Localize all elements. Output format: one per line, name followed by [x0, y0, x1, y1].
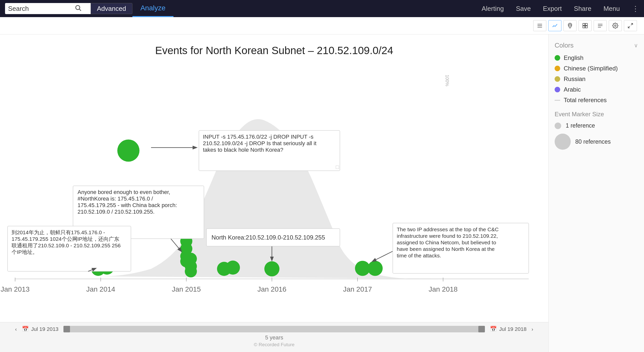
view-toolbar: [0, 17, 644, 34]
svg-line-15: [628, 26, 630, 28]
marker-1-label: 1 reference: [566, 122, 595, 129]
svg-rect-6: [583, 23, 585, 25]
map-view-button[interactable]: [563, 20, 577, 31]
advanced-button[interactable]: Advanced: [91, 3, 132, 14]
arabic-label: Arabic: [564, 86, 581, 93]
svg-point-42: [185, 265, 197, 278]
svg-rect-8: [583, 26, 585, 28]
range-duration-label: 5 years: [0, 334, 548, 341]
marker-size-title: Event Marker Size: [555, 111, 638, 118]
timeline-range-bar: ‹ 📅 Jul 19 2013 📅 Jul 19 2018 › 5 years …: [0, 322, 548, 352]
marker-size-1: 1 reference: [555, 122, 638, 129]
chinese-color-dot: [555, 66, 560, 71]
english-color-dot: [555, 55, 560, 61]
detail-view-button[interactable]: [594, 20, 607, 31]
marker-size-80: 80 references: [555, 134, 638, 150]
svg-text:Jan 2015: Jan 2015: [172, 285, 201, 293]
right-panel: Colors ∨ English Chinese (Simplified) Ru…: [548, 34, 644, 352]
timeline-chart: Jan 2013 Jan 2014 Jan 2015 Jan 2016 Jan …: [0, 34, 548, 352]
svg-point-29: [117, 140, 139, 162]
svg-text:Anyone bored enough to even bo: Anyone bored enough to even bother,: [78, 189, 170, 195]
percent-label: 100%: [444, 75, 450, 86]
prev-arrow[interactable]: ‹: [15, 326, 17, 332]
svg-text:联通租用了210.52.109.0 - 210.52.109: 联通租用了210.52.109.0 - 210.52.109.255 256: [12, 243, 121, 248]
search-input[interactable]: [8, 5, 74, 13]
total-references-label: Total references: [564, 97, 607, 104]
search-button[interactable]: [74, 4, 83, 13]
large-marker-circle: [555, 134, 571, 150]
legend-item-russian: Russian: [555, 75, 638, 83]
marker-size-section: Event Marker Size 1 reference 80 referen…: [555, 111, 638, 150]
svg-line-50: [373, 251, 393, 261]
legend-item-chinese: Chinese (Simplified): [555, 65, 638, 72]
svg-text:time of the attacks.: time of the attacks.: [397, 253, 441, 258]
more-options-icon[interactable]: ⋮: [632, 5, 639, 13]
svg-point-5: [569, 24, 571, 26]
legend-item-english: English: [555, 54, 638, 61]
search-box: [5, 3, 91, 14]
svg-rect-55: [336, 166, 339, 169]
svg-text:210.52.109.0 / 210.52.109.255.: 210.52.109.0 / 210.52.109.255.: [78, 209, 155, 215]
svg-point-0: [76, 6, 80, 10]
next-arrow[interactable]: ›: [531, 326, 533, 332]
chinese-label: Chinese (Simplified): [564, 65, 618, 72]
arabic-color-dot: [555, 87, 560, 92]
list-view-button[interactable]: [533, 20, 546, 31]
svg-point-45: [226, 261, 240, 275]
svg-point-46: [264, 261, 279, 277]
russian-color-dot: [555, 76, 560, 82]
legend-list: English Chinese (Simplified) Russian Ara…: [555, 54, 638, 104]
svg-text:Jan 2014: Jan 2014: [86, 285, 115, 293]
svg-text:INPUT -s 175.45.176.0/22 -j DR: INPUT -s 175.45.176.0/22 -j DROP INPUT -…: [203, 134, 313, 140]
colors-section-title: Colors ∨: [555, 42, 638, 49]
svg-text:210.52.109.0/24 -j DROP Is tha: 210.52.109.0/24 -j DROP Is that seriousl…: [203, 140, 316, 146]
small-marker-circle: [555, 123, 561, 129]
analyze-tab[interactable]: Analyze: [132, 0, 174, 17]
svg-text:Jan 2018: Jan 2018: [428, 285, 457, 293]
svg-text:到2014年为止，朝鲜只有175.45.176.0 -: 到2014年为止，朝鲜只有175.45.176.0 -: [12, 229, 105, 235]
share-nav[interactable]: Share: [574, 5, 591, 13]
svg-text:assigned to China Netcom, but : assigned to China Netcom, but believed t…: [397, 240, 496, 245]
export-nav[interactable]: Export: [543, 5, 562, 13]
svg-line-1: [79, 9, 81, 11]
settings-button[interactable]: [609, 20, 622, 31]
main-content: Events for North Korean Subnet – 210.52.…: [0, 34, 644, 352]
grid-view-button[interactable]: [579, 20, 592, 31]
range-handle-right[interactable]: [478, 326, 485, 332]
start-date-label: 📅 Jul 19 2013: [22, 326, 59, 332]
alerting-nav[interactable]: Alerting: [482, 5, 504, 13]
svg-text:Jan 2013: Jan 2013: [1, 285, 29, 293]
chart-view-button[interactable]: [548, 20, 561, 31]
svg-rect-7: [585, 23, 587, 25]
chart-area: Events for North Korean Subnet – 210.52.…: [0, 34, 548, 352]
svg-line-14: [631, 23, 633, 25]
legend-item-total: Total references: [555, 97, 638, 104]
nav-actions: Alerting Save Export Share Menu ⋮: [482, 5, 639, 13]
fullscreen-button[interactable]: [624, 20, 637, 31]
svg-text:takes to black hole North Kore: takes to black hole North Korea?: [203, 147, 283, 153]
end-date-label: 📅 Jul 19 2018: [490, 326, 527, 332]
copyright-label: © Recorded Future: [0, 342, 548, 347]
svg-text:Jan 2017: Jan 2017: [343, 285, 372, 293]
top-navigation: Advanced Analyze Alerting Save Export Sh…: [0, 0, 644, 17]
svg-text:have been assigned to North Ko: have been assigned to North Korea at the: [397, 246, 495, 252]
total-color-line: [555, 100, 560, 101]
legend-item-arabic: Arabic: [555, 86, 638, 93]
russian-label: Russian: [564, 75, 586, 83]
menu-nav[interactable]: Menu: [603, 5, 620, 13]
range-slider[interactable]: [63, 326, 485, 332]
svg-point-13: [615, 25, 616, 26]
svg-text:个IP地址。: 个IP地址。: [12, 249, 38, 255]
svg-text:175.45.179.255 1024个公网IP地址，还向广: 175.45.179.255 1024个公网IP地址，还向广东: [12, 236, 119, 242]
svg-text:Jan 2016: Jan 2016: [257, 285, 286, 293]
svg-text:175.45.179.255 - with China ba: 175.45.179.255 - with China back porch:: [78, 202, 177, 208]
svg-point-49: [368, 261, 383, 276]
svg-text:The two IP addresses at the to: The two IP addresses at the top of the C…: [397, 226, 499, 232]
english-label: English: [564, 54, 584, 61]
svg-text:#NorthKorea is: 175.45.176.0 /: #NorthKorea is: 175.45.176.0 /: [78, 195, 153, 202]
range-handle-left[interactable]: [63, 326, 70, 332]
svg-text:infrastructure were found to 2: infrastructure were found to 210.52.109.…: [397, 233, 498, 239]
colors-chevron[interactable]: ∨: [634, 42, 638, 49]
svg-rect-9: [585, 26, 587, 28]
save-nav[interactable]: Save: [516, 5, 531, 13]
